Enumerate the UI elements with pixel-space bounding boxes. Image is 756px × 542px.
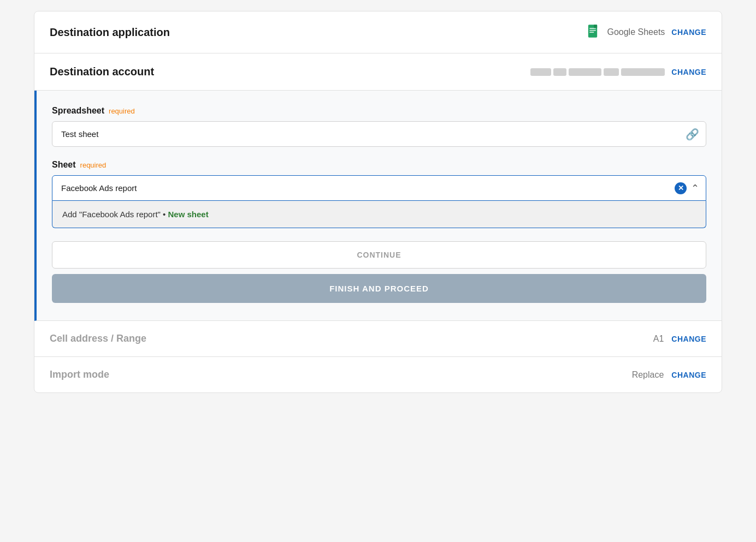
spreadsheet-input-row: 🔗 bbox=[52, 121, 706, 147]
account-block-3 bbox=[569, 68, 601, 76]
sheet-icons: ✕ ⌃ bbox=[675, 182, 699, 194]
destination-application-section: Destination application Google Sheets CH… bbox=[34, 11, 722, 53]
google-sheets-icon bbox=[585, 23, 600, 41]
cell-address-change-button[interactable]: CHANGE bbox=[671, 335, 706, 343]
import-mode-section: Import mode Replace CHANGE bbox=[34, 357, 722, 392]
new-sheet-label: New sheet bbox=[168, 210, 209, 219]
import-mode-value: Replace bbox=[632, 370, 664, 380]
destination-account-right: CHANGE bbox=[530, 68, 706, 76]
main-card: Destination application Google Sheets CH… bbox=[34, 11, 722, 393]
spreadsheet-required: required bbox=[109, 107, 135, 115]
link-icon: 🔗 bbox=[686, 128, 699, 141]
sheet-field-group: Sheet required ✕ ⌃ Add "Facebook Ads rep… bbox=[52, 160, 706, 228]
sheet-required: required bbox=[80, 161, 107, 169]
import-mode-title: Import mode bbox=[50, 369, 109, 380]
destination-account-section: Destination account CHANGE bbox=[34, 53, 722, 91]
form-section: Spreadsheet required 🔗 Sheet required ✕ … bbox=[34, 91, 722, 321]
sheet-input-row: ✕ ⌃ bbox=[52, 175, 706, 201]
account-block-1 bbox=[530, 68, 551, 76]
account-placeholder bbox=[530, 68, 665, 76]
destination-application-title: Destination application bbox=[50, 26, 170, 39]
app-name-label: Google Sheets bbox=[607, 27, 665, 37]
cell-address-section: Cell address / Range A1 CHANGE bbox=[34, 321, 722, 357]
cell-address-title: Cell address / Range bbox=[50, 333, 146, 344]
svg-rect-3 bbox=[590, 32, 594, 33]
sheet-label: Sheet required bbox=[52, 160, 706, 170]
cell-address-value: A1 bbox=[653, 334, 664, 344]
import-mode-change-button[interactable]: CHANGE bbox=[671, 371, 706, 379]
sheet-clear-button[interactable]: ✕ bbox=[675, 182, 687, 194]
destination-account-title: Destination account bbox=[50, 65, 154, 78]
destination-application-right: Google Sheets CHANGE bbox=[585, 23, 706, 41]
account-block-5 bbox=[621, 68, 665, 76]
cell-address-right: A1 CHANGE bbox=[653, 334, 706, 344]
dropdown-prefix: Add "Facebook Ads report" bbox=[62, 210, 161, 219]
account-block-4 bbox=[604, 68, 619, 76]
spreadsheet-label: Spreadsheet required bbox=[52, 106, 706, 116]
svg-rect-2 bbox=[590, 30, 596, 31]
sheet-field-wrapper: ✕ ⌃ Add "Facebook Ads report" • New shee… bbox=[52, 175, 706, 228]
dropdown-option[interactable]: Add "Facebook Ads report" • New sheet bbox=[52, 201, 706, 228]
destination-application-change-button[interactable]: CHANGE bbox=[671, 28, 706, 37]
import-mode-right: Replace CHANGE bbox=[632, 370, 706, 380]
sheet-input[interactable] bbox=[61, 176, 675, 200]
chevron-up-icon[interactable]: ⌃ bbox=[691, 182, 699, 194]
svg-rect-1 bbox=[590, 28, 596, 29]
spreadsheet-field-group: Spreadsheet required 🔗 bbox=[52, 106, 706, 147]
continue-button[interactable]: CONTINUE bbox=[52, 241, 706, 269]
finish-button[interactable]: FINISH AND PROCEED bbox=[52, 274, 706, 303]
spreadsheet-input[interactable] bbox=[61, 122, 686, 146]
dropdown-separator: • bbox=[163, 210, 168, 219]
destination-account-change-button[interactable]: CHANGE bbox=[671, 68, 706, 76]
account-block-2 bbox=[553, 68, 566, 76]
